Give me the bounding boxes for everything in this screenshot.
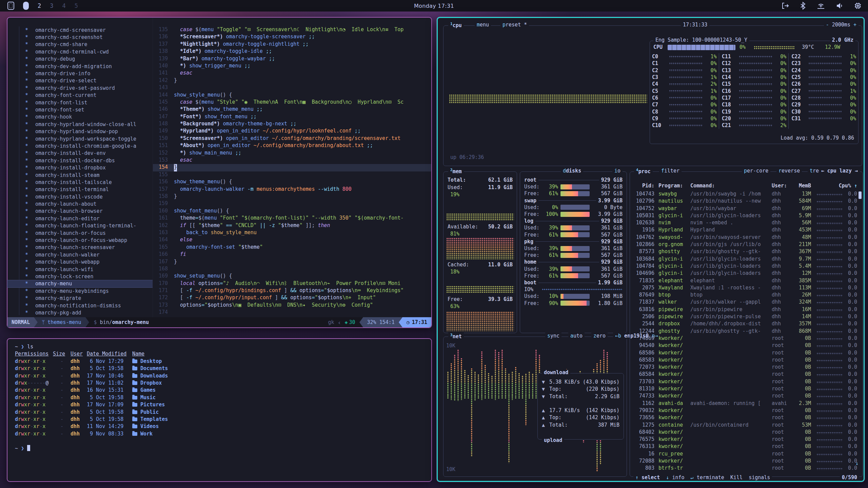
file-list-item[interactable]: *omarchy-launch-editor xyxy=(7,215,153,222)
disk-usage-row[interactable]: Used:0%0 Byte xyxy=(524,204,623,211)
disk-usage-row[interactable]: Free:61%567 GiB xyxy=(524,272,623,279)
process-table-header[interactable]: Pid:Program:Command:User:MemBCpu% ↑ xyxy=(632,183,861,190)
io-mode-button[interactable]: io xyxy=(612,168,623,174)
col-pid[interactable]: Pid: xyxy=(632,183,654,189)
disk-usage-row[interactable]: Used:39%361 GiB xyxy=(524,266,623,272)
disk-usage-row[interactable]: Free:61%567 GiB xyxy=(524,231,623,238)
file-list-item[interactable]: *omarchy-launch-walker xyxy=(7,251,153,258)
process-row[interactable]: 104696glycin-i/usr/lib/glycin-loadersdhh… xyxy=(632,270,861,277)
process-footer-keys[interactable]: ↑ select ↓ info ↵ terminate Kill signals xyxy=(633,474,772,481)
file-list-item[interactable]: *omarchy-cmd-terminal-cwd xyxy=(7,48,153,55)
cpu-panel-title[interactable]: 1cpu xyxy=(448,22,464,28)
file-list-item[interactable]: *omarchy-hyprland-window-pop xyxy=(7,128,153,135)
file-list-item[interactable]: *omarchy-launch-or-focus-webapp xyxy=(7,237,153,244)
col-user[interactable]: User: xyxy=(772,183,787,189)
process-row[interactable]: 94540kworker/root0B0.0 xyxy=(632,342,861,349)
file-list-item[interactable]: *omarchy-install-dropbox xyxy=(7,164,153,171)
process-row[interactable]: 68584kworker/root0B0.0 xyxy=(632,371,861,378)
process-row[interactable]: 68583kworker/root0B0.0 xyxy=(632,357,861,364)
file-list-item[interactable]: *omarchy-menu-keybindings xyxy=(7,287,153,294)
process-row[interactable]: 1162avahi-daavahi-daemon: running [avahi… xyxy=(632,400,861,407)
process-row[interactable]: 71837walker/usr/bin/walker --gappldhh324… xyxy=(632,299,861,306)
workspace-3[interactable]: 3 xyxy=(50,2,53,9)
file-list-item[interactable]: *omarchy-launch-about xyxy=(7,200,153,207)
disk-usage-row[interactable]: Free:61%567 GiB xyxy=(524,190,623,197)
col-command[interactable]: Command: xyxy=(690,183,715,189)
process-row[interactable]: 2506pipewire/usr/bin/pipewire-pulsedhh14… xyxy=(632,313,861,321)
file-list[interactable]: *omarchy-cmd-screensaver*omarchy-cmd-scr… xyxy=(7,26,153,317)
workspace-4[interactable]: 4 xyxy=(62,2,66,9)
process-row[interactable]: 73703kworker/root0B0.0 xyxy=(632,379,861,386)
file-list-item[interactable]: *omarchy-lock-screen xyxy=(7,273,153,280)
process-row[interactable]: 102796nautilus/usr/bin/nautilus --newdhh… xyxy=(632,198,861,205)
col-mem[interactable]: MemB xyxy=(790,183,811,189)
terminal-window[interactable]: ~ ❯ lsPermissionsSizeUserDate ModifiedNa… xyxy=(7,338,432,482)
process-row[interactable]: 68586kworker/root0B0.0 xyxy=(632,350,861,357)
col-cpu[interactable]: Cpu% ↑ xyxy=(837,183,857,189)
process-row[interactable]: 72088kworker/root0B0.0 xyxy=(632,458,861,465)
file-list-item[interactable]: *omarchy-launch-floating-terminal- xyxy=(7,222,153,229)
auto-button[interactable]: auto xyxy=(568,333,585,339)
per-core-button[interactable]: per-core xyxy=(742,168,770,174)
process-row[interactable]: 63816pipewire/usr/bin/pipewiredhh16M0.0 xyxy=(632,306,861,313)
sync-button[interactable]: sync xyxy=(545,333,561,339)
file-list-item[interactable]: *omarchy-font-list xyxy=(7,99,153,106)
col-program[interactable]: Program: xyxy=(658,183,683,189)
file-list-item[interactable]: *omarchy-hyprland-window-close-all xyxy=(7,121,153,128)
code-editor[interactable]: 135 case $(menu "Toggle" "⊡ Screensaver\… xyxy=(153,26,431,317)
file-list-item[interactable]: *omarchy-pkg-add xyxy=(7,309,153,316)
file-list-item[interactable]: *omarchy-font-current xyxy=(7,92,153,99)
file-list-item[interactable]: *omarchy-hook xyxy=(7,114,153,121)
process-row[interactable]: 68402kworker/root0B0.0 xyxy=(632,429,861,436)
process-row[interactable]: 72073kworker/root0B0.0 xyxy=(632,364,861,371)
file-list-item[interactable]: *omarchy-debug xyxy=(7,56,153,63)
process-row[interactable]: 87649btopbtopdhh26M0.0 xyxy=(632,292,861,299)
disk-usage-row[interactable]: Free:100%3.99 GiB xyxy=(524,211,623,218)
file-list-item[interactable]: *omarchy-launch-wifi xyxy=(7,266,153,273)
file-list-item[interactable]: *omarchy-launch-or-focus xyxy=(7,229,153,237)
workspace-active-indicator[interactable] xyxy=(23,2,29,10)
process-row[interactable]: 1275containe/usr/bin/containerdroot53M0.… xyxy=(632,422,861,429)
process-row[interactable]: 1916HyprlandHyprlanddhh453M0.0 xyxy=(632,227,861,234)
scrollbar-thumb[interactable] xyxy=(859,191,862,199)
process-row[interactable]: 104784glycin-i/usr/lib/glycin-loadersdhh… xyxy=(632,263,861,270)
process-row[interactable]: 803btrfs-trroot0B0.0 xyxy=(632,465,861,472)
scroll-down-icon[interactable]: ↓ xyxy=(855,460,859,467)
file-list-item[interactable]: *omarchy-launch-screensaver xyxy=(7,244,153,251)
network-panel-title[interactable]: 3net xyxy=(448,333,464,340)
file-list-item[interactable]: *omarchy-install-steam xyxy=(7,171,153,179)
file-list-item[interactable]: *omarchy-font-set xyxy=(7,106,153,113)
process-row[interactable]: 2544dropbox/home/dhh/.dropbox-distdhh357… xyxy=(632,321,861,328)
process-row[interactable]: 81310kworker/root0B0.0 xyxy=(632,386,861,393)
wifi-icon[interactable] xyxy=(816,2,825,10)
file-list-item[interactable]: *omarchy-install-terminal xyxy=(7,186,153,193)
file-list-item[interactable]: *omarchy-hyprland-workspace-toggle xyxy=(7,135,153,142)
file-list-item[interactable]: *omarchy-migrate xyxy=(7,294,153,302)
disk-usage-row[interactable]: Used:10%198 MiB xyxy=(524,293,623,300)
disk-usage-row[interactable]: Free:61%567 GiB xyxy=(524,252,623,259)
file-list-item[interactable]: *omarchy-install-vscode xyxy=(7,193,153,200)
process-row[interactable]: 104762swayosd-/usr/bin/swayosd-serverdhh… xyxy=(632,234,861,241)
disk-usage-row[interactable]: Used:39%361 GiB xyxy=(524,183,623,190)
file-list-item[interactable]: *omarchy-drive-set-password xyxy=(7,84,153,92)
process-row[interactable]: 102638nvimnvim --embed .dhh56M0.0 xyxy=(632,220,861,227)
app-launcher-icon[interactable] xyxy=(7,2,14,10)
process-row[interactable]: 12244ghostty/usr/bin/ghostty --gtk-dhh86… xyxy=(632,328,861,335)
file-list-item[interactable]: *omarchy-drive-select xyxy=(7,77,153,84)
preset-button[interactable]: preset * xyxy=(500,22,529,28)
process-row[interactable]: 79032kworker/root0B0.0 xyxy=(632,407,861,414)
sort-column-selector[interactable]: ← cpu lazy → xyxy=(819,168,860,174)
file-list-item[interactable]: *omarchy-launch-webapp xyxy=(7,259,153,266)
file-list-item[interactable]: *omarchy-notification-dismiss xyxy=(7,302,153,309)
file-list-item[interactable]: *omarchy-install-tailscale xyxy=(7,179,153,186)
process-row[interactable]: 102866org.gnom/usr/bin/gjs /usr/lib/odhh… xyxy=(632,241,861,248)
editor-window[interactable]: *omarchy-cmd-screensaver*omarchy-cmd-scr… xyxy=(7,17,432,328)
menu-button[interactable]: menu xyxy=(475,22,491,28)
disks-panel-title[interactable]: ddisks xyxy=(561,168,583,174)
file-list-item[interactable]: *omarchy-drive-info xyxy=(7,70,153,77)
process-row[interactable]: 76313kworker/root0B0.0 xyxy=(632,443,861,450)
filter-button[interactable]: filter xyxy=(659,168,682,174)
volume-icon[interactable] xyxy=(835,2,844,10)
file-list-item[interactable]: *omarchy-install-chromium-google-a xyxy=(7,142,153,149)
terminal-output[interactable]: ~ ❯ lsPermissionsSizeUserDate ModifiedNa… xyxy=(13,344,428,452)
